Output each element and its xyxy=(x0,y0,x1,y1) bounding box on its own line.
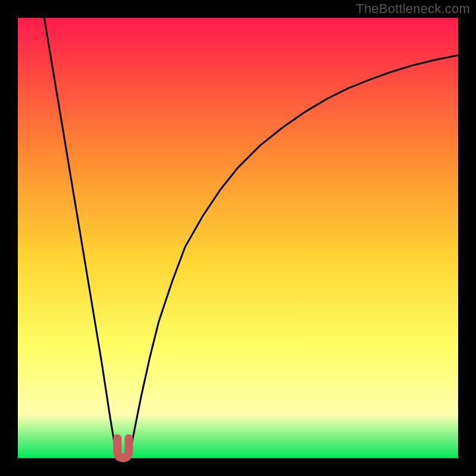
chart-container: TheBottleneck.com xyxy=(0,0,476,476)
chart-svg xyxy=(0,0,476,476)
watermark-text: TheBottleneck.com xyxy=(356,1,470,17)
gradient-background xyxy=(18,18,458,458)
